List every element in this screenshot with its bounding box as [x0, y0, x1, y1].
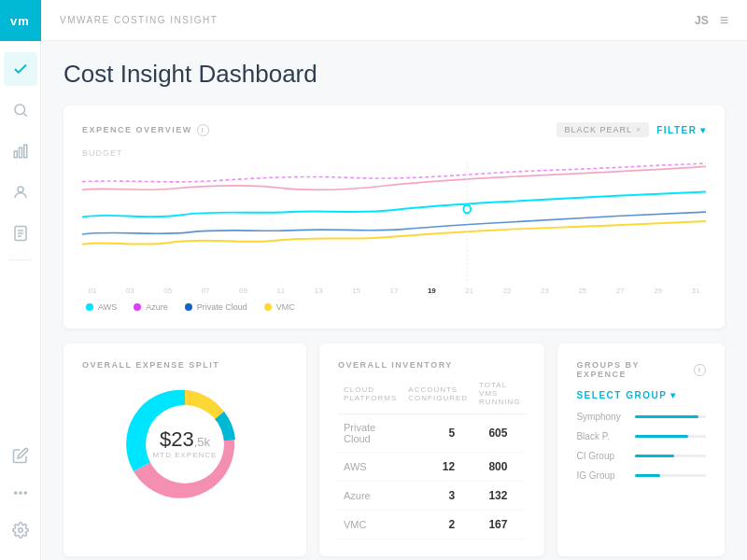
- svg-point-5: [18, 187, 23, 192]
- x-label: 31: [689, 287, 702, 295]
- group-bar-track: [635, 435, 706, 438]
- group-row: Black P.: [576, 431, 706, 441]
- svg-point-11: [19, 492, 21, 494]
- groups-list: Symphony Black P. CI Group IG Group: [576, 412, 706, 481]
- sidebar-item-user[interactable]: [4, 175, 37, 209]
- table-row: AWS 12 800: [338, 453, 526, 482]
- filter-tag[interactable]: BLACK PEARL ×: [557, 122, 649, 137]
- groups-card: GROUPS BY EXPENCE i SELECT GROUP ▾ Symph…: [557, 343, 725, 556]
- x-label: 11: [275, 287, 288, 295]
- topbar-right: JS ≡: [695, 12, 728, 29]
- group-bar-track: [635, 455, 706, 457]
- sidebar-item-gear[interactable]: [4, 513, 37, 547]
- x-label: 25: [576, 287, 589, 295]
- platform-cell: Private Cloud: [338, 414, 402, 453]
- x-label: 27: [613, 287, 627, 295]
- svg-rect-2: [14, 151, 17, 158]
- topbar-menu-icon[interactable]: ≡: [720, 12, 728, 29]
- group-name: CI Group: [576, 451, 627, 461]
- select-group-chevron-icon: ▾: [670, 390, 677, 400]
- groups-info-icon[interactable]: i: [694, 364, 706, 376]
- x-label: 22: [500, 287, 514, 295]
- sidebar-item-doc[interactable]: [4, 217, 37, 250]
- content-area: Cost Insight Dashboard EXPENCE OVERVIEW …: [41, 41, 747, 560]
- sidebar-item-check[interactable]: [4, 52, 37, 86]
- chart-x-axis: 01 03 05 07 09 11 13 15 17 19 21 22 23 2…: [82, 287, 706, 295]
- svg-point-12: [24, 492, 26, 494]
- legend-private-cloud: Private Cloud: [185, 302, 247, 312]
- legend-dot-private-cloud: [185, 303, 192, 311]
- svg-point-13: [18, 528, 22, 533]
- svg-point-10: [14, 492, 16, 494]
- filter-tag-close[interactable]: ×: [636, 125, 641, 134]
- x-label: 09: [237, 287, 250, 295]
- x-label-active: 19: [425, 287, 438, 295]
- group-name: Symphony: [576, 412, 627, 422]
- x-label: 07: [199, 287, 212, 295]
- legend-dot-azure: [134, 303, 141, 311]
- sidebar-item-search[interactable]: [4, 93, 37, 127]
- page-title: Cost Insight Dashboard: [63, 60, 725, 89]
- expense-split-card: OVERALL EXPENSE SPLIT: [63, 343, 306, 556]
- svg-point-16: [146, 405, 224, 483]
- legend-dot-aws: [86, 303, 93, 311]
- x-label: 03: [123, 287, 136, 295]
- svg-point-15: [463, 205, 471, 214]
- group-row: IG Group: [576, 470, 706, 481]
- group-bar-fill: [635, 435, 688, 438]
- svg-point-0: [15, 105, 25, 115]
- vms-cell: 605: [473, 414, 526, 453]
- group-bar-fill: [635, 474, 659, 477]
- sidebar-item-edit[interactable]: [4, 439, 37, 472]
- accounts-cell: 3: [402, 482, 473, 511]
- main-content: VMWARE COSTING INSIGHT JS ≡ Cost Insight…: [41, 0, 747, 560]
- groups-header: GROUPS BY EXPENCE i: [576, 360, 706, 379]
- platform-cell: VMC: [338, 511, 402, 539]
- inventory-table: Cloud Platforms Accounts Configured Tota…: [338, 377, 526, 539]
- sidebar-logo: vm: [0, 0, 41, 41]
- svg-rect-3: [19, 147, 21, 158]
- legend-vmc: VMC: [264, 302, 295, 312]
- x-label: 23: [539, 287, 552, 295]
- group-row: CI Group: [576, 451, 706, 461]
- expense-overview-header: EXPENCE OVERVIEW i BLACK PEARL × fiLTER …: [82, 122, 706, 137]
- filter-button[interactable]: fiLTER ▾: [656, 125, 706, 135]
- vms-cell: 800: [473, 453, 526, 482]
- topbar-title: VMWARE COSTING INSIGHT: [60, 15, 218, 25]
- x-label: 13: [312, 287, 325, 295]
- accounts-cell: 2: [402, 511, 473, 539]
- sidebar: vm: [0, 0, 41, 560]
- platform-cell: Azure: [338, 482, 402, 511]
- expense-overview-card: EXPENCE OVERVIEW i BLACK PEARL × fiLTER …: [63, 105, 725, 329]
- group-bar-fill: [635, 455, 674, 457]
- group-bar-track: [635, 415, 706, 418]
- group-name: IG Group: [576, 470, 627, 481]
- expense-split-label: OVERALL EXPENSE SPLIT: [82, 360, 288, 370]
- expense-chart-svg: [82, 161, 706, 283]
- inv-col-vms: Total VMs Running: [473, 377, 526, 414]
- accounts-cell: 12: [402, 453, 473, 482]
- accounts-cell: 5: [402, 414, 473, 453]
- inv-col-accounts: Accounts Configured: [402, 377, 473, 414]
- legend-aws: AWS: [86, 302, 117, 312]
- sidebar-divider: [9, 259, 32, 260]
- sidebar-item-chart[interactable]: [4, 134, 37, 168]
- donut-svg: [120, 379, 250, 510]
- sidebar-item-more[interactable]: [4, 476, 37, 510]
- group-name: Black P.: [576, 431, 627, 441]
- group-row: Symphony: [576, 412, 706, 422]
- inventory-label: OVERALL INVENTORY: [338, 360, 526, 370]
- svg-line-1: [23, 113, 26, 116]
- x-label: 17: [388, 287, 401, 295]
- select-group-button[interactable]: SELECT GROUP ▾: [576, 390, 706, 400]
- group-bar-track: [635, 474, 706, 477]
- legend-azure: Azure: [134, 302, 168, 312]
- group-bar-fill: [635, 415, 698, 418]
- expense-overview-info-icon[interactable]: i: [197, 124, 209, 136]
- filter-area: BLACK PEARL × fiLTER ▾: [557, 122, 706, 137]
- bottom-grid: OVERALL EXPENSE SPLIT: [63, 343, 725, 560]
- legend-dot-vmc: [264, 303, 272, 311]
- chart-legend: AWS Azure Private Cloud VMC: [82, 302, 706, 312]
- table-row: VMC 2 167: [338, 511, 526, 539]
- inv-col-platform: Cloud Platforms: [338, 377, 402, 414]
